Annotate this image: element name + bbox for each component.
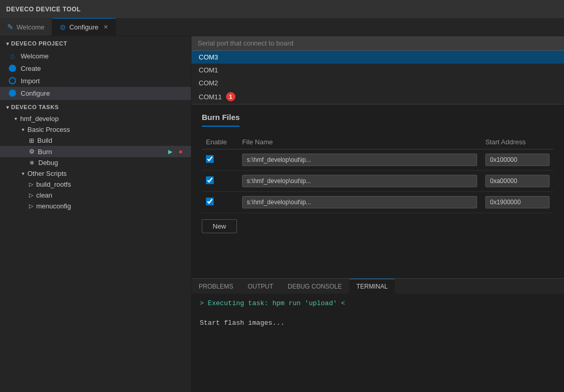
dropdown-list: COM3 COM1 COM2 COM11 1 (191, 51, 564, 104)
tab-debug-console[interactable]: DEBUG CONSOLE (280, 279, 349, 294)
tab-terminal[interactable]: TERMINAL (349, 279, 395, 294)
tab-configure[interactable]: ⚙ Configure ✕ (52, 18, 116, 36)
circle-outline-icon (9, 77, 16, 84)
file-input-3[interactable] (242, 196, 477, 208)
serial-port-dropdown[interactable]: Serial port that connect to board COM3 C… (191, 36, 564, 104)
new-button[interactable]: New (202, 219, 237, 233)
task-debug[interactable]: ⛯ Debug (0, 157, 191, 168)
project-section-title: ▾ DEVECO PROJECT (0, 36, 191, 50)
file-input-1[interactable] (242, 154, 477, 166)
layers-icon: ⊞ (29, 137, 34, 144)
gear-icon: ⚙ (29, 148, 35, 155)
burn-file-2[interactable] (238, 171, 481, 192)
title-bar: DEVECO DEVICE TOOL (0, 0, 564, 18)
terminal-text-1: > Executing task: hpm run 'upload' < (200, 299, 345, 307)
th-enable: Enable (202, 135, 238, 149)
burn-enable-3[interactable] (202, 192, 238, 213)
tasks-section: ▾ DEVECO TASKS ▾ hmf_develop ▾ Basic Pro… (0, 99, 191, 392)
debug-icon: ⛯ (29, 159, 35, 167)
project-section: ▾ DEVECO PROJECT ⌂ Welcome Create Import (0, 36, 191, 99)
burn-enable-2[interactable] (202, 171, 238, 192)
tab-bar: ✎ Welcome ⚙ Configure ✕ (0, 18, 564, 36)
task-build[interactable]: ⊞ Build (0, 135, 191, 146)
close-icon[interactable]: ✕ (103, 24, 108, 31)
burn-addr-2[interactable] (481, 171, 554, 192)
stop-icon[interactable]: ■ (176, 147, 185, 156)
tab-output[interactable]: OUTPUT (241, 279, 280, 294)
dropdown-item-com1[interactable]: COM1 (191, 64, 564, 77)
bottom-panel: PROBLEMS OUTPUT DEBUG CONSOLE TERMINAL >… (191, 278, 564, 392)
dropdown-item-com11[interactable]: COM11 1 (191, 89, 564, 104)
enable-checkbox-1[interactable] (206, 155, 214, 163)
tasks-chevron-icon: ▾ (6, 104, 9, 110)
main-area: ▾ DEVECO PROJECT ⌂ Welcome Create Import (0, 36, 564, 392)
task-build-rootfs[interactable]: ▷ build_rootfs (0, 179, 191, 190)
terminal-line: > Executing task: hpm run 'upload' < (200, 299, 556, 307)
enable-checkbox-2[interactable] (206, 176, 214, 184)
other-scripts-chevron-icon: ▾ (22, 171, 24, 176)
terminal-line: Start flash images... (200, 319, 556, 327)
burn-files-title: Burn Files (202, 113, 240, 127)
configure-tab-icon: ⚙ (60, 23, 66, 32)
house-icon: ⌂ (8, 52, 17, 60)
table-row (202, 171, 554, 192)
tasks-section-label: DEVECO TASKS (11, 104, 59, 110)
script-icon-2: ▷ (29, 192, 33, 199)
script-icon-1: ▷ (29, 181, 33, 188)
task-clean[interactable]: ▷ clean (0, 190, 191, 201)
task-burn[interactable]: ⚙ Burn ▶ ■ (0, 146, 191, 157)
sidebar-item-welcome[interactable]: ⌂ Welcome (0, 50, 191, 62)
burn-enable-1[interactable] (202, 149, 238, 171)
bottom-tab-bar: PROBLEMS OUTPUT DEBUG CONSOLE TERMINAL (191, 279, 564, 294)
addr-input-1[interactable] (485, 154, 550, 166)
terminal-line (200, 309, 556, 317)
sidebar-item-configure[interactable]: Configure (0, 87, 191, 99)
circle-blue-icon (9, 65, 16, 72)
tab-welcome-label: Welcome (17, 23, 44, 31)
import-icon (8, 77, 17, 85)
table-row (202, 149, 554, 171)
addr-input-2[interactable] (485, 175, 550, 187)
tasks-section-title: ▾ DEVECO TASKS (0, 100, 191, 113)
burn-file-3[interactable] (238, 192, 481, 213)
expand-arrow-icon: ▾ (14, 116, 17, 122)
burn-files-table: Enable File Name Start Address (202, 135, 554, 213)
burn-addr-1[interactable] (481, 149, 554, 171)
badge-icon: 1 (226, 92, 235, 101)
configure-panel-content: Burn Files Enable File Name Start Addres… (191, 104, 564, 278)
right-panel: Serial port that connect to board COM3 C… (191, 36, 564, 392)
file-input-2[interactable] (242, 175, 477, 187)
task-hmf-develop[interactable]: ▾ hmf_develop (0, 113, 191, 124)
welcome-tab-icon: ✎ (7, 23, 13, 31)
burn-addr-3[interactable] (481, 192, 554, 213)
circle-blue-icon-2 (9, 89, 16, 97)
task-basic-process[interactable]: ▾ Basic Process (0, 124, 191, 135)
terminal-text-2: Start flash images... (200, 319, 285, 327)
create-icon (8, 64, 17, 72)
configure-icon (8, 89, 17, 97)
sidebar-item-create[interactable]: Create (0, 62, 191, 74)
tab-configure-label: Configure (69, 23, 98, 31)
addr-input-3[interactable] (485, 196, 550, 208)
burn-file-1[interactable] (238, 149, 481, 171)
task-menuconfig[interactable]: ▷ menuconfig (0, 201, 191, 212)
serial-port-placeholder: Serial port that connect to board (191, 36, 564, 51)
table-row (202, 192, 554, 213)
th-filename: File Name (238, 135, 481, 149)
sidebar: ▾ DEVECO PROJECT ⌂ Welcome Create Import (0, 36, 191, 392)
enable-checkbox-3[interactable] (206, 198, 214, 205)
tab-problems[interactable]: PROBLEMS (191, 279, 241, 294)
th-start-address: Start Address (481, 135, 554, 149)
script-icon-3: ▷ (29, 203, 33, 209)
tab-welcome[interactable]: ✎ Welcome (0, 18, 52, 36)
dropdown-item-com2[interactable]: COM2 (191, 77, 564, 89)
app-title: DEVECO DEVICE TOOL (6, 6, 81, 13)
basic-process-chevron-icon: ▾ (22, 127, 24, 132)
project-chevron-icon: ▾ (6, 41, 9, 47)
run-icon[interactable]: ▶ (166, 147, 174, 156)
sidebar-item-import[interactable]: Import (0, 74, 191, 87)
burn-task-actions: ▶ ■ (166, 147, 185, 156)
terminal-content: > Executing task: hpm run 'upload' < Sta… (191, 294, 564, 392)
dropdown-item-com3[interactable]: COM3 (191, 51, 564, 64)
task-other-scripts[interactable]: ▾ Other Scripts (0, 168, 191, 179)
